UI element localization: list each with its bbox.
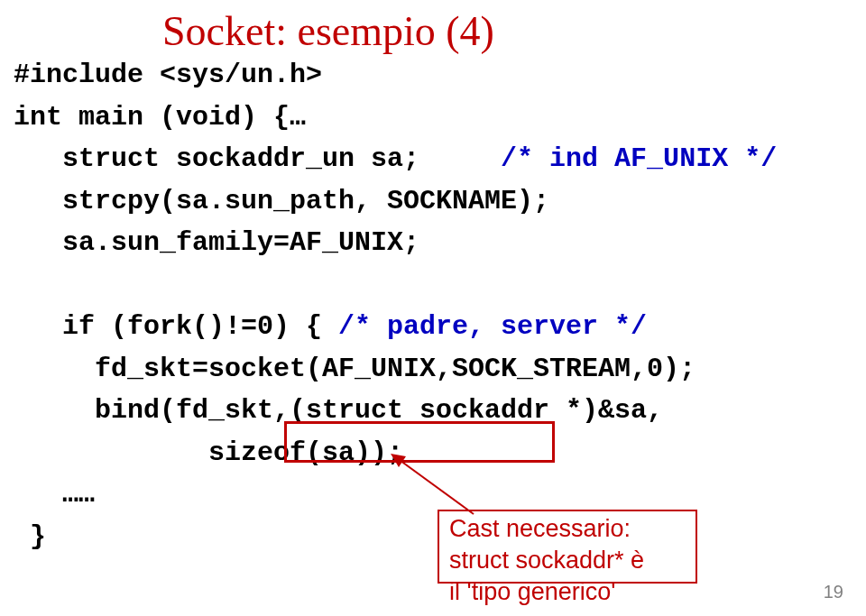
code-comment: /* padre, server */ [338,311,647,342]
code-line: int main (void) {… [14,102,306,133]
code-line: …… [14,479,95,510]
svg-line-0 [397,458,474,514]
callout-line: Cast necessario: [449,515,631,542]
code-line: sa.sun_family=AF_UNIX; [14,227,419,258]
code-comment: /* ind AF_UNIX */ [501,143,777,174]
callout-text: Cast necessario: struct sockaddr* è il '… [449,513,644,608]
slide-title: Socket: esempio (4) [162,7,494,55]
page-number: 19 [824,582,843,602]
code-line: fd_skt=socket(AF_UNIX,SOCK_STREAM,0); [14,354,696,384]
callout-line: è [631,547,644,574]
code-line: strcpy(sa.sun_path, SOCKNAME); [14,186,549,216]
code-line: if (fork()!=0) { [14,311,338,342]
code-line: struct sockaddr_un sa; [14,143,501,174]
callout-line: il 'tipo generico' [449,578,615,605]
highlight-rectangle [284,421,555,463]
code-line: #include <sys/un.h> [14,60,322,90]
callout-line: struct sockaddr* [449,547,631,574]
code-line: } [14,521,46,552]
